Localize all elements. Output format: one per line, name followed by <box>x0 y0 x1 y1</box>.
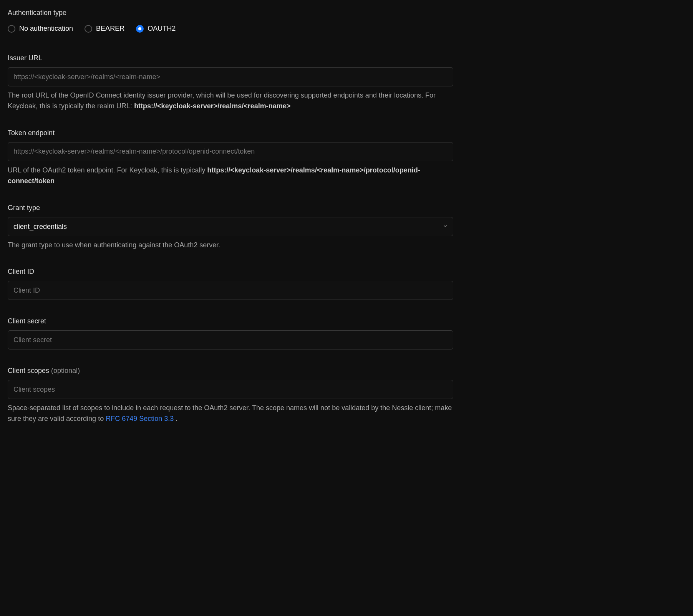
radio-no-auth[interactable]: No authentication <box>8 23 73 34</box>
client-id-group: Client ID <box>8 267 453 300</box>
client-scopes-group: Client scopes (optional) Space-separated… <box>8 366 453 424</box>
radio-oauth2-label: OAUTH2 <box>148 23 176 34</box>
issuer-url-help: The root URL of the OpenID Connect ident… <box>8 90 453 112</box>
radio-oauth2[interactable]: OAUTH2 <box>136 23 176 34</box>
issuer-url-input[interactable] <box>8 67 453 86</box>
client-scopes-help-pre: Space-separated list of scopes to includ… <box>8 404 452 422</box>
radio-icon <box>85 25 92 33</box>
client-secret-label: Client secret <box>8 316 453 326</box>
token-endpoint-label: Token endpoint <box>8 128 453 138</box>
token-endpoint-input[interactable] <box>8 142 453 161</box>
client-scopes-optional: (optional) <box>49 367 80 374</box>
radio-icon <box>8 25 15 33</box>
radio-no-auth-label: No authentication <box>19 23 73 34</box>
client-scopes-help-link[interactable]: RFC 6749 Section 3.3 <box>106 415 174 422</box>
client-secret-group: Client secret <box>8 316 453 349</box>
grant-type-select[interactable]: client_credentials <box>8 217 453 236</box>
client-scopes-label: Client scopes <box>8 367 49 374</box>
client-scopes-label-row: Client scopes (optional) <box>8 366 453 376</box>
client-secret-input[interactable] <box>8 330 453 349</box>
token-endpoint-help-pre: URL of the OAuth2 token endpoint. For Ke… <box>8 166 207 174</box>
grant-type-label: Grant type <box>8 203 453 213</box>
radio-bearer[interactable]: BEARER <box>85 23 124 34</box>
token-endpoint-help: URL of the OAuth2 token endpoint. For Ke… <box>8 165 453 187</box>
client-scopes-help: Space-separated list of scopes to includ… <box>8 403 453 424</box>
client-id-label: Client ID <box>8 267 453 277</box>
auth-type-label: Authentication type <box>8 8 453 18</box>
radio-bearer-label: BEARER <box>96 23 124 34</box>
client-scopes-input[interactable] <box>8 380 453 399</box>
client-id-input[interactable] <box>8 281 453 300</box>
issuer-url-label: Issuer URL <box>8 53 453 63</box>
auth-type-radio-group: No authentication BEARER OAUTH2 <box>8 23 453 34</box>
radio-icon <box>136 25 144 33</box>
issuer-url-group: Issuer URL The root URL of the OpenID Co… <box>8 53 453 112</box>
issuer-url-help-bold: https://<keycloak-server>/realms/<realm-… <box>134 102 290 110</box>
token-endpoint-group: Token endpoint URL of the OAuth2 token e… <box>8 128 453 187</box>
grant-type-group: Grant type client_credentials The grant … <box>8 203 453 251</box>
grant-type-help: The grant type to use when authenticatin… <box>8 240 453 251</box>
client-scopes-help-post: . <box>174 415 177 422</box>
